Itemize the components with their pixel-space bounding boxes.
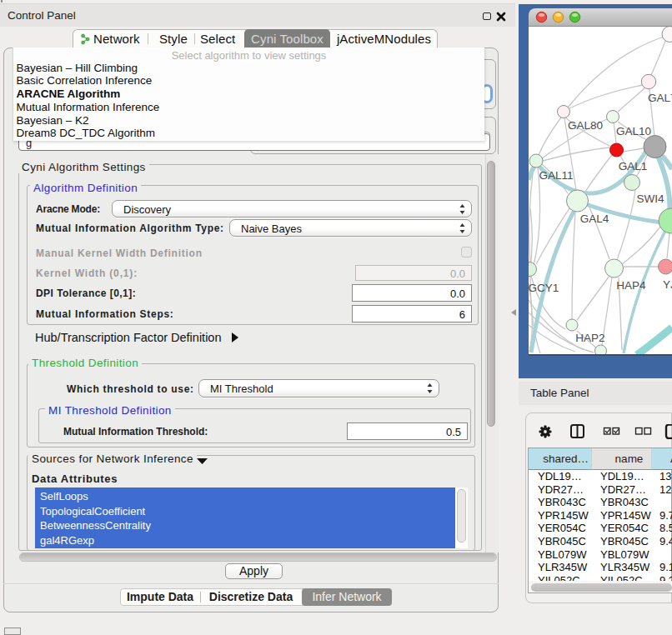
svg-text:GAL1: GAL1 — [619, 160, 648, 172]
svg-text:GAL80: GAL80 — [568, 119, 603, 132]
svg-text:GAL10: GAL10 — [616, 125, 651, 138]
svg-text:HAP2: HAP2 — [575, 332, 604, 344]
svg-text:SWI4: SWI4 — [636, 192, 664, 205]
svg-text:GAL7: GAL7 — [648, 92, 672, 104]
svg-text:HAP4: HAP4 — [616, 279, 646, 292]
svg-text:GAL4: GAL4 — [580, 212, 609, 225]
svg-text:GAL11: GAL11 — [539, 169, 573, 182]
svg-text:YJL0: YJL0 — [663, 278, 672, 291]
svg-text:GCY1: GCY1 — [529, 282, 559, 294]
